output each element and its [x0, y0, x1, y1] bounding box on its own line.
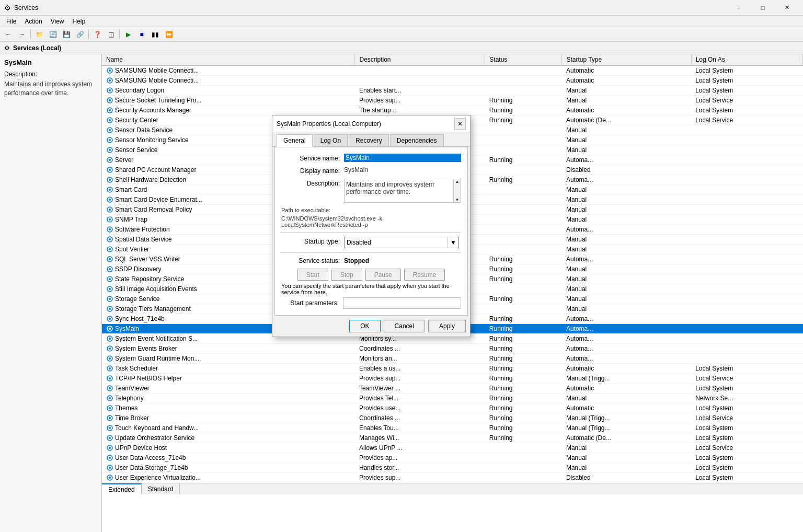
table-row[interactable]: User Experience Virtualizatio... Provide…: [102, 473, 803, 483]
tab-extended[interactable]: Extended: [102, 483, 142, 494]
svg-point-15: [109, 139, 111, 141]
dialog-tab-general[interactable]: General: [277, 134, 313, 147]
table-header-row: Name Description Status Startup Type Log…: [102, 54, 803, 65]
restart-button[interactable]: ⏩: [163, 29, 175, 40]
col-status[interactable]: Status: [485, 54, 562, 65]
table-row[interactable]: Touch Keyboard and Handw... Enables Tou.…: [102, 423, 803, 433]
service-startup-cell: Manual: [562, 463, 691, 473]
service-name-field: Service name: SysMain: [281, 154, 461, 162]
menu-view[interactable]: View: [47, 17, 68, 26]
up-button[interactable]: 📁: [33, 29, 45, 40]
svg-point-41: [109, 268, 111, 270]
close-button[interactable]: ✕: [775, 0, 799, 16]
table-row[interactable]: User Data Storage_71e4b Handles stor... …: [102, 463, 803, 473]
table-row[interactable]: Telephony Provides Tel... Running Manual…: [102, 394, 803, 403]
connect-button[interactable]: 🔗: [74, 29, 86, 40]
pause-toolbar-button[interactable]: ▮▮: [149, 29, 162, 40]
table-row[interactable]: Time Broker Coordinates ... Running Manu…: [102, 413, 803, 423]
service-desc-cell: Coordinates ...: [355, 413, 485, 423]
help-toolbar-button[interactable]: ❓: [91, 29, 104, 40]
col-logon[interactable]: Log On As: [691, 54, 802, 65]
service-status-cell: Running: [485, 106, 562, 115]
svg-point-21: [109, 169, 111, 171]
table-row[interactable]: UPnP Device Host Allows UPnP ... Manual …: [102, 443, 803, 453]
table-row[interactable]: Secondary Logon Enables start... Manual …: [102, 86, 803, 96]
start-service-button[interactable]: Start: [297, 269, 328, 281]
service-status-cell: [485, 76, 562, 86]
menu-action[interactable]: Action: [20, 17, 46, 26]
table-row[interactable]: SAMSUNG Mobile Connecti... Automatic Loc…: [102, 65, 803, 76]
svg-point-37: [109, 248, 111, 250]
service-name-cell: Security Accounts Manager: [102, 106, 355, 115]
service-status-cell: Running: [485, 384, 562, 394]
dialog-tab-logon[interactable]: Log On: [314, 134, 348, 146]
table-row[interactable]: SAMSUNG Mobile Connecti... Automatic Loc…: [102, 76, 803, 86]
back-button[interactable]: ←: [2, 29, 15, 40]
export-button[interactable]: 💾: [60, 29, 73, 40]
dialog-tab-recovery[interactable]: Recovery: [349, 134, 389, 146]
dialog-tab-dependencies[interactable]: Dependencies: [390, 134, 444, 146]
col-desc[interactable]: Description: [355, 54, 485, 65]
service-status-cell: Running: [485, 334, 562, 344]
table-row[interactable]: User Data Access_71e4b Provides ap... Ma…: [102, 453, 803, 463]
resume-service-button[interactable]: Resume: [404, 269, 445, 281]
service-startup-cell: Automatic: [562, 364, 691, 374]
dialog-close-button[interactable]: ✕: [454, 118, 466, 130]
svg-point-75: [109, 437, 111, 439]
service-startup-cell: Manual: [562, 235, 691, 245]
col-startup[interactable]: Startup Type: [562, 54, 691, 65]
service-startup-cell: Automa...: [562, 334, 691, 344]
refresh-button[interactable]: 🔄: [47, 29, 59, 40]
apply-button[interactable]: Apply: [428, 320, 466, 332]
tab-standard[interactable]: Standard: [142, 483, 180, 494]
table-row[interactable]: Themes Provides use... Running Automatic…: [102, 403, 803, 413]
menu-bar: File Action View Help: [0, 16, 803, 27]
cancel-button[interactable]: Cancel: [384, 320, 425, 332]
service-startup-cell: Manual: [562, 245, 691, 255]
service-desc-cell: Provides ap...: [355, 453, 485, 463]
svg-point-23: [109, 179, 111, 181]
service-desc-cell: Manages Wi...: [355, 433, 485, 443]
stop-service-button[interactable]: Stop: [331, 269, 362, 281]
start-params-input[interactable]: [343, 297, 461, 309]
service-logon-cell: [691, 264, 802, 274]
table-row[interactable]: TeamViewer TeamViewer ... Running Automa…: [102, 384, 803, 394]
table-row[interactable]: Update Orchestrator Service Manages Wi..…: [102, 433, 803, 443]
minimize-button[interactable]: −: [727, 0, 751, 16]
play-button[interactable]: ▶: [122, 29, 134, 40]
svg-point-51: [109, 318, 111, 320]
service-desc-cell: Provides sup...: [355, 473, 485, 483]
table-row[interactable]: Security Accounts Manager The startup ..…: [102, 106, 803, 115]
pause-service-button[interactable]: Pause: [365, 269, 401, 281]
service-name-value: SysMain: [344, 154, 461, 162]
col-name[interactable]: Name: [102, 54, 355, 65]
service-logon-cell: Local System: [691, 433, 802, 443]
forward-button[interactable]: →: [16, 29, 28, 40]
desc-scroll-down[interactable]: ▼: [455, 198, 460, 202]
maximize-button[interactable]: □: [751, 0, 775, 16]
svg-point-9: [109, 109, 111, 111]
table-row[interactable]: Task Scheduler Enables a us... Running A…: [102, 364, 803, 374]
service-startup-cell: Manual: [562, 125, 691, 135]
table-row[interactable]: System Events Broker Coordinates ... Run…: [102, 344, 803, 354]
title-bar: ⚙ Services − □ ✕: [0, 0, 803, 16]
svg-point-35: [109, 238, 111, 240]
desc-scroll-up[interactable]: ▲: [455, 179, 460, 184]
view-button[interactable]: ◫: [105, 29, 117, 40]
service-status-cell: [485, 304, 562, 314]
service-name-label: Service name:: [281, 154, 344, 162]
table-row[interactable]: TCP/IP NetBIOS Helper Provides sup... Ru…: [102, 374, 803, 384]
menu-file[interactable]: File: [2, 17, 20, 26]
service-desc-cell: TeamViewer ...: [355, 384, 485, 394]
startup-dropdown[interactable]: Disabled ▼: [344, 237, 459, 248]
service-logon-cell: [691, 334, 802, 344]
table-row[interactable]: Secure Socket Tunneling Pro... Provides …: [102, 96, 803, 106]
service-logon-cell: Local System: [691, 473, 802, 483]
menu-help[interactable]: Help: [68, 17, 90, 26]
service-logon-cell: [691, 145, 802, 155]
stop-toolbar-button[interactable]: ■: [135, 29, 148, 40]
table-row[interactable]: System Guard Runtime Mon... Monitors an.…: [102, 354, 803, 364]
ok-button[interactable]: OK: [349, 320, 380, 332]
service-logon-cell: [691, 125, 802, 135]
service-desc-cell: The startup ...: [355, 106, 485, 115]
